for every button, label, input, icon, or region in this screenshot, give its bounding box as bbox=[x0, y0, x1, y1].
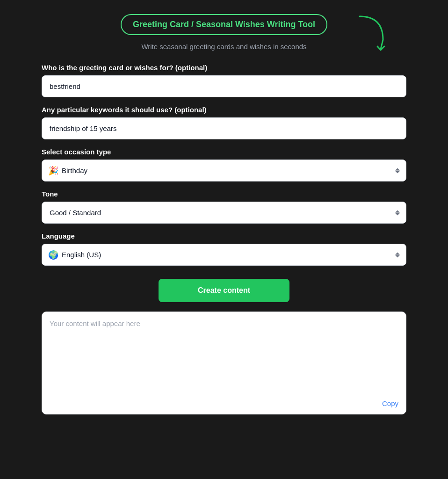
keywords-input[interactable] bbox=[42, 117, 406, 139]
occasion-field-group: Select occasion type 🎉 Birthday Christma… bbox=[42, 148, 406, 181]
language-field-group: Language 🌍 English (US) English (UK) Spa… bbox=[42, 232, 406, 266]
tone-select-wrapper: Good / Standard Formal Casual Humorous H… bbox=[42, 202, 406, 224]
keywords-label: Any particular keywords it should use? (… bbox=[42, 106, 406, 114]
recipient-field-group: Who is the greeting card or wishes for? … bbox=[42, 64, 406, 97]
keywords-field-group: Any particular keywords it should use? (… bbox=[42, 106, 406, 139]
tone-label: Tone bbox=[42, 190, 406, 198]
output-container: Your content will appear here Copy bbox=[42, 312, 406, 414]
app-title: Greeting Card / Seasonal Wishes Writing … bbox=[121, 14, 327, 35]
create-content-button[interactable]: Create content bbox=[159, 279, 289, 302]
language-label: Language bbox=[42, 232, 406, 240]
header-area: Greeting Card / Seasonal Wishes Writing … bbox=[42, 14, 406, 35]
language-select-wrapper: 🌍 English (US) English (UK) Spanish Fren… bbox=[42, 244, 406, 266]
output-placeholder: Your content will appear here bbox=[50, 319, 140, 327]
tone-select[interactable]: Good / Standard Formal Casual Humorous H… bbox=[42, 202, 406, 224]
language-select[interactable]: English (US) English (UK) Spanish French… bbox=[42, 244, 406, 266]
recipient-input[interactable] bbox=[42, 75, 406, 97]
occasion-label: Select occasion type bbox=[42, 148, 406, 156]
tone-field-group: Tone Good / Standard Formal Casual Humor… bbox=[42, 190, 406, 224]
occasion-select-wrapper: 🎉 Birthday Christmas New Year Anniversar… bbox=[42, 160, 406, 181]
recipient-label: Who is the greeting card or wishes for? … bbox=[42, 64, 406, 72]
copy-button[interactable]: Copy bbox=[382, 399, 398, 407]
arrow-decoration bbox=[355, 12, 392, 54]
occasion-select[interactable]: Birthday Christmas New Year Anniversary … bbox=[42, 160, 406, 181]
form-container: Who is the greeting card or wishes for? … bbox=[42, 64, 406, 274]
main-container: Greeting Card / Seasonal Wishes Writing … bbox=[42, 14, 406, 414]
subtitle: Write seasonal greeting cards and wishes… bbox=[141, 43, 306, 51]
